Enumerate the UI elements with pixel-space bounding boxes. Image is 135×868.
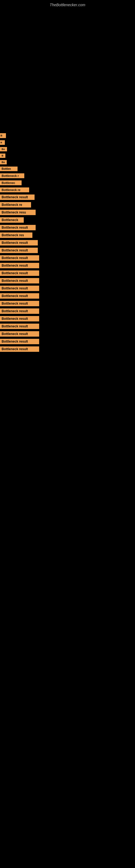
list-item: Bottleneck result: [0, 255, 135, 261]
bottleneck-bar: Bottleneck result: [0, 271, 39, 276]
list-item: Bottleneck result: [0, 323, 135, 329]
bottleneck-bar: Bottleneck result: [0, 248, 38, 253]
list-item: Bottleneck result: [0, 346, 135, 352]
list-item: Bottleneck result: [0, 293, 135, 299]
bottleneck-bar: Bo: [0, 147, 7, 151]
list-item: B: [0, 133, 135, 138]
bottleneck-bar: B: [0, 154, 5, 158]
bottleneck-bar: Bottleneck res: [0, 232, 32, 238]
bottleneck-bar: Bottleneck re: [0, 202, 31, 208]
list-item: Bottleneck re: [0, 202, 135, 208]
list-item: Bottleneck resu: [0, 210, 135, 215]
list-item: Bo: [0, 160, 135, 164]
list-item: Bottleneck result: [0, 263, 135, 268]
list-item: Bo: [0, 147, 135, 151]
bottleneck-bar: Bottleneck result: [0, 263, 39, 268]
bottleneck-bar: Bottleneck result: [0, 346, 39, 352]
list-item: Bottleneck res: [0, 232, 135, 238]
list-item: Bottleneck result: [0, 339, 135, 344]
list-item: Bottleneck result: [0, 248, 135, 253]
list-item: Bottleneck re: [0, 187, 135, 192]
list-item: Bottleneck result: [0, 331, 135, 337]
bottleneck-bar: Bottleneck result: [0, 301, 39, 306]
bottleneck-bar: Bottleneck result: [0, 240, 38, 246]
bottleneck-bar: B: [0, 140, 5, 145]
site-title: TheBottlenecker.com: [0, 0, 135, 8]
list-item: B: [0, 154, 135, 158]
bottleneck-bar: Bottleneck result: [0, 339, 39, 344]
bottleneck-bar: Bottleneck result: [0, 225, 36, 230]
list-item: Bottleneck result: [0, 225, 135, 230]
bottleneck-bar: Bottleneck result: [0, 293, 39, 299]
page-wrapper: TheBottlenecker.com B B Bo B Bo Bottlen …: [0, 0, 135, 352]
bottleneck-bar: Bottleneck resu: [0, 210, 36, 215]
bottleneck-bar: Bottleneck: [0, 217, 24, 223]
main-content: B B Bo B Bo Bottlen Bottleneck r Bottlen…: [0, 133, 135, 352]
bottleneck-bar: Bottleneck r: [0, 173, 24, 178]
bottleneck-bar: Bottlenec: [0, 180, 21, 185]
list-item: Bottleneck result: [0, 194, 135, 200]
list-item: Bottleneck result: [0, 286, 135, 291]
bottleneck-bar: Bottleneck result: [0, 194, 35, 200]
list-item: Bottleneck result: [0, 278, 135, 283]
bottleneck-bar: Bottleneck result: [0, 255, 39, 261]
bottleneck-bar: Bottleneck result: [0, 286, 39, 291]
list-item: Bottlenec: [0, 180, 135, 185]
list-item: Bottleneck result: [0, 271, 135, 276]
bottleneck-bar: Bottleneck result: [0, 323, 39, 329]
list-item: Bottleneck result: [0, 308, 135, 314]
list-item: Bottlen: [0, 166, 135, 171]
bottleneck-bar: Bottleneck result: [0, 308, 39, 314]
list-item: B: [0, 140, 135, 145]
bottleneck-bar: Bottleneck re: [0, 187, 29, 192]
list-item: Bottleneck result: [0, 316, 135, 321]
list-item: Bottleneck result: [0, 240, 135, 246]
list-item: Bottleneck: [0, 217, 135, 223]
bottleneck-bar: Bottlen: [0, 166, 17, 171]
list-item: Bottleneck r: [0, 173, 135, 178]
list-item: Bottleneck result: [0, 301, 135, 306]
bottleneck-bar: Bo: [0, 160, 7, 164]
bottleneck-bar: Bottleneck result: [0, 331, 39, 337]
bottleneck-bar: Bottleneck result: [0, 316, 39, 321]
bottleneck-bar: B: [0, 133, 6, 138]
bottleneck-bar: Bottleneck result: [0, 278, 39, 283]
